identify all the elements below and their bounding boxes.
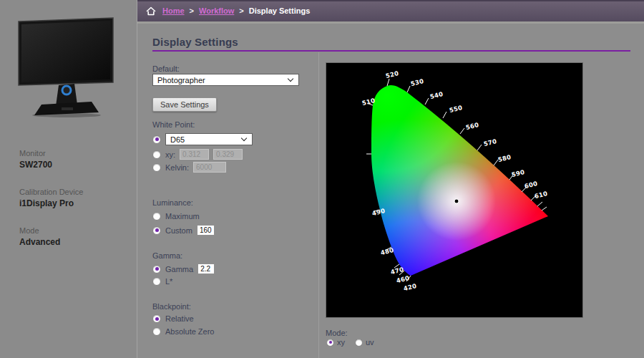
kelvin-input[interactable] — [193, 162, 226, 173]
luminance-custom-radio[interactable] — [152, 226, 161, 235]
white-point-preset-radio[interactable] — [152, 135, 161, 144]
breadcrumb-separator: > — [190, 6, 194, 15]
mode-xy-label: xy — [337, 338, 345, 347]
blackpoint-label: Blackpoint: — [152, 302, 191, 311]
gamma-option-label: Gamma — [165, 265, 193, 274]
breadcrumb-separator: > — [239, 6, 243, 15]
calibration-device-value: i1Display Pro — [19, 198, 83, 208]
white-point-label: White Point: — [152, 120, 195, 129]
luminance-custom-input[interactable] — [197, 225, 215, 236]
mode-xy-radio[interactable] — [326, 339, 334, 347]
xy-label: xy: — [165, 150, 175, 159]
white-point-kelvin-radio[interactable] — [152, 163, 161, 172]
home-icon[interactable] — [146, 6, 156, 16]
blackpoint-relative-radio[interactable] — [152, 314, 161, 323]
blackpoint-absolute-label: Absolute Zero — [165, 327, 214, 336]
title-underline — [152, 50, 630, 52]
gamma-value-radio[interactable] — [152, 265, 161, 274]
breadcrumb-current-page: Display Settings — [249, 6, 311, 15]
white-point-marker — [454, 199, 459, 204]
chevron-down-icon — [288, 76, 293, 82]
save-settings-button[interactable]: Save Settings — [152, 97, 217, 112]
chromaticity-diagram: 4204604704804905105205305405505605705805… — [326, 62, 583, 318]
breadcrumb-home-link[interactable]: Home — [162, 6, 185, 15]
xy-y-input[interactable] — [213, 149, 243, 160]
monitor-value: SW2700 — [19, 160, 52, 170]
blackpoint-absolute-radio[interactable] — [152, 327, 161, 336]
default-preset-select[interactable]: Photographer — [152, 74, 299, 86]
default-label: Default: — [152, 64, 180, 73]
breadcrumb: Home > Workflow > Display Settings — [137, 0, 644, 21]
monitor-illustration — [14, 16, 118, 120]
breadcrumb-workflow-link[interactable]: Workflow — [199, 6, 234, 15]
kelvin-label: Kelvin: — [165, 163, 189, 172]
sidebar: Monitor SW2700 Calibration Device i1Disp… — [0, 0, 137, 358]
sidebar-device-info: Calibration Device i1Display Pro — [19, 188, 83, 208]
blackpoint-relative-label: Relative — [165, 314, 194, 323]
diagram-mode-label: Mode: — [326, 329, 348, 337]
luminance-maximum-radio[interactable] — [152, 212, 161, 221]
white-point-xy-radio[interactable] — [152, 150, 161, 159]
mode-label: Mode — [19, 226, 60, 235]
white-point-preset-select[interactable]: D65 — [165, 133, 253, 145]
white-point-selected-value: D65 — [170, 135, 185, 144]
sidebar-monitor-info: Monitor SW2700 — [19, 149, 52, 170]
calibration-app-window: Monitor SW2700 Calibration Device i1Disp… — [0, 0, 644, 358]
gamma-label: Gamma: — [152, 251, 182, 260]
mode-uv-radio[interactable] — [355, 339, 363, 347]
luminance-custom-label: Custom — [165, 226, 192, 235]
mode-uv-label: uv — [366, 338, 374, 347]
calibration-device-label: Calibration Device — [19, 188, 83, 196]
chevron-down-icon — [241, 135, 247, 141]
xy-x-input[interactable] — [180, 149, 209, 160]
gamma-lstar-radio[interactable] — [152, 277, 161, 286]
mode-value: Advanced — [19, 237, 60, 247]
luminance-label: Luminance: — [152, 198, 193, 207]
luminance-maximum-label: Maximum — [165, 212, 200, 221]
sidebar-mode-info: Mode Advanced — [19, 226, 60, 247]
diagram-mode-options: xy uv — [326, 338, 374, 347]
page-title: Display Settings — [152, 36, 238, 48]
default-preset-selected-value: Photographer — [157, 76, 205, 84]
column-divider — [318, 52, 319, 358]
gamma-lstar-label: L* — [165, 277, 172, 286]
monitor-label: Monitor — [19, 149, 52, 158]
gamma-value-input[interactable] — [197, 263, 215, 274]
